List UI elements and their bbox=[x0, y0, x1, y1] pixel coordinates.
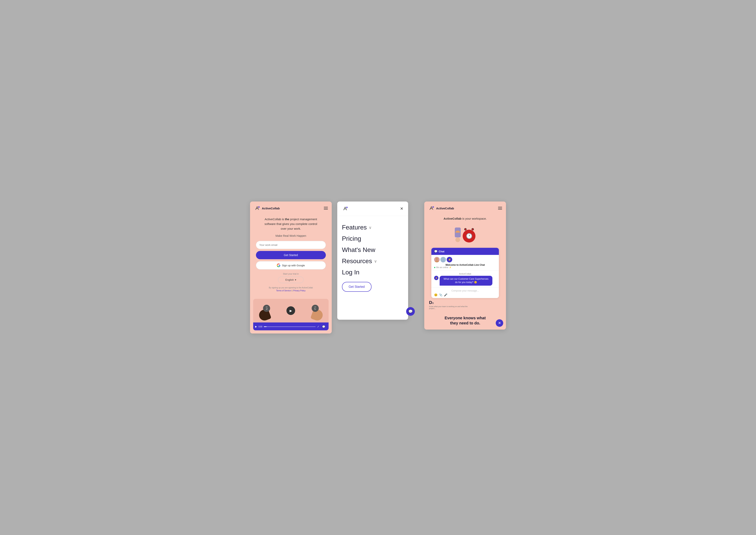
skip-back-button[interactable]: 15 ↺ bbox=[263, 305, 270, 312]
person-hair bbox=[455, 231, 460, 233]
screen-2-wrapper: ✕ Features ∨ Pricing What's New Resource… bbox=[337, 202, 419, 320]
screen-3-footer: Everyone knows what they need to do. bbox=[424, 313, 506, 329]
get-started-button[interactable]: Get Started bbox=[256, 251, 326, 259]
attachment-icon[interactable]: 📎 bbox=[439, 293, 443, 296]
screenshots-container: ActiveCollab ActiveCollab is the project… bbox=[250, 202, 506, 333]
chevron-down-icon: ▾ bbox=[295, 278, 296, 281]
close-icon[interactable]: ✕ bbox=[400, 206, 403, 211]
emoji-icon[interactable]: 😊 bbox=[434, 293, 438, 296]
video-section: 15 ↺ ▶ 15 ↻ ▶ bbox=[253, 299, 329, 330]
tos-link[interactable]: Terms of Service bbox=[276, 290, 291, 292]
google-btn-label: Sign up with Google bbox=[282, 264, 305, 267]
workspace-text: ActiveCollab is your workspace. bbox=[428, 217, 502, 220]
video-time: 0:00 bbox=[258, 325, 262, 328]
alarm-clock: 🕐 bbox=[463, 230, 475, 242]
nav-item-whats-new[interactable]: What's New bbox=[342, 244, 403, 256]
progress-fill bbox=[264, 326, 266, 327]
language-value: English bbox=[285, 278, 294, 281]
screen3-logo-text: ActiveCollab bbox=[436, 207, 454, 210]
close-chat-fab[interactable]: ✕ bbox=[496, 319, 503, 327]
chevron-resources-icon: ∨ bbox=[374, 259, 377, 264]
chat-fab-screen2[interactable]: 💬 bbox=[406, 307, 415, 316]
chat-header: 💬 Chat bbox=[431, 248, 499, 255]
audio-icon[interactable]: 🎤 bbox=[444, 293, 447, 296]
nav-item-login[interactable]: Log In bbox=[342, 267, 403, 278]
chat-welcome: ⚡ Welcome to ActiveCollab Live Chat We a… bbox=[431, 255, 499, 271]
chat-avatar-2 bbox=[441, 257, 446, 262]
play-icon-small[interactable]: ▶ bbox=[255, 325, 257, 328]
svg-point-6 bbox=[441, 260, 445, 262]
screen3-logo-area: ActiveCollab bbox=[428, 205, 454, 211]
fullscreen-icon[interactable]: ⤢ bbox=[317, 325, 319, 328]
google-icon bbox=[277, 264, 280, 267]
chevron-features-icon: ∨ bbox=[369, 225, 372, 230]
screen-1-signup: ActiveCollab ActiveCollab is the project… bbox=[250, 202, 332, 333]
svg-point-2 bbox=[432, 206, 434, 208]
nav-get-started-area: Get Started bbox=[342, 282, 403, 292]
chat-welcome-title: Welcome to ActiveCollab Live Chat bbox=[434, 264, 496, 266]
logo-text: ActiveCollab bbox=[262, 207, 280, 210]
chat-bubble: What can our Customer Care Superheroes d… bbox=[440, 276, 492, 286]
nav-menu: Features ∨ Pricing What's New Resources … bbox=[337, 216, 408, 297]
clock-illustration: 🕐 bbox=[428, 222, 502, 248]
video-illustration: 15 ↺ ▶ 15 ↻ bbox=[253, 299, 329, 323]
video-controls-bar: ▶ 0:00 ⤢ 💬 bbox=[253, 323, 329, 330]
play-button[interactable]: ▶ bbox=[286, 306, 295, 315]
chat-fab-video[interactable]: 💬 bbox=[321, 324, 327, 329]
screen-2-nav: ✕ Features ∨ Pricing What's New Resource… bbox=[337, 202, 408, 320]
chat-avatar-bot: ⚡ bbox=[447, 257, 452, 262]
chat-input-area: Compose your message... 😊 📎 🎤 bbox=[431, 288, 499, 298]
privacy-link[interactable]: Privacy Policy bbox=[293, 290, 306, 292]
person-head bbox=[455, 238, 460, 242]
desc-big-letter: Do bbox=[429, 300, 501, 305]
screen-1-body: ActiveCollab is the project managementso… bbox=[250, 215, 332, 296]
nav-logo-icon bbox=[342, 206, 348, 212]
screen-3-header: ActiveCollab bbox=[424, 202, 506, 215]
logo-area: ActiveCollab bbox=[254, 205, 280, 211]
sign-up-google-button[interactable]: Sign up with Google bbox=[256, 261, 326, 269]
chat-header-icon: 💬 bbox=[434, 250, 438, 253]
hamburger-menu-icon[interactable] bbox=[324, 207, 328, 210]
activecollab-logo-icon bbox=[254, 205, 260, 211]
svg-point-1 bbox=[346, 207, 348, 208]
tos-text: By signing up you are agreeing to the Ac… bbox=[256, 286, 326, 292]
online-indicator bbox=[434, 267, 435, 268]
nav-item-features[interactable]: Features ∨ bbox=[342, 222, 403, 233]
chat-actions: 😊 📎 🎤 bbox=[434, 293, 496, 296]
screen3-hamburger-icon[interactable] bbox=[498, 207, 502, 210]
skip-forward-button[interactable]: 15 ↻ bbox=[312, 305, 319, 312]
screen3-desc-partial: Do Know what your team is working on and… bbox=[428, 300, 502, 311]
screen-3-body: ActiveCollab is your workspace. bbox=[424, 215, 506, 313]
svg-point-4 bbox=[435, 260, 439, 262]
bot-avatar-small: ⚡ bbox=[434, 276, 439, 280]
screen-2-header: ✕ bbox=[337, 202, 408, 216]
hero-text: ActiveCollab is the project managementso… bbox=[256, 217, 326, 231]
chat-messages: ActiveCollab ⚡ What can our Customer Car… bbox=[431, 271, 499, 288]
chat-online-status: We are online ⚡ bbox=[434, 266, 496, 268]
screen-3-wrapper: ActiveCollab ActiveCollab is your worksp… bbox=[424, 202, 506, 329]
svg-point-5 bbox=[442, 258, 444, 260]
nav-item-resources[interactable]: Resources ∨ bbox=[342, 256, 403, 267]
nav-item-pricing[interactable]: Pricing bbox=[342, 233, 403, 244]
chat-sender-label: ActiveCollab bbox=[434, 273, 496, 275]
chat-avatar-1 bbox=[434, 257, 440, 262]
progress-bar[interactable] bbox=[264, 326, 315, 327]
svg-point-3 bbox=[436, 258, 438, 260]
screen-1-header: ActiveCollab bbox=[250, 202, 332, 215]
everyone-text: Everyone knows what they need to do. bbox=[428, 315, 502, 325]
nav-get-started-button[interactable]: Get Started bbox=[342, 282, 371, 292]
screen-3-chat: ActiveCollab ActiveCollab is your worksp… bbox=[424, 202, 506, 329]
desc-small-text: Know what your team is working on and wh… bbox=[429, 305, 501, 309]
language-selector[interactable]: English ▾ bbox=[278, 277, 304, 283]
screen3-logo-icon bbox=[428, 205, 435, 211]
tagline: Make Real Work Happen bbox=[256, 234, 326, 238]
svg-point-0 bbox=[258, 206, 260, 208]
email-input[interactable] bbox=[256, 241, 326, 249]
chat-avatars: ⚡ bbox=[434, 257, 496, 262]
trial-label: Start your trial in bbox=[256, 273, 326, 275]
chat-header-title: Chat bbox=[439, 250, 444, 253]
chat-compose-placeholder: Compose your message... bbox=[434, 289, 496, 292]
chat-widget: 💬 Chat ⚡ Welcome t bbox=[431, 248, 499, 298]
